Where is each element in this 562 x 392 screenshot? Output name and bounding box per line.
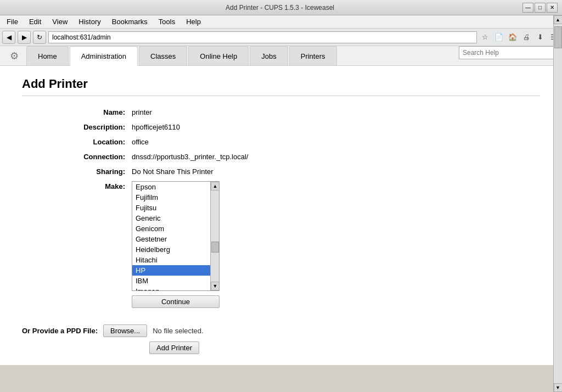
make-row: Make: EpsonFujifilmFujitsuGenericGenicom… xyxy=(22,181,540,308)
back-button[interactable]: ◀ xyxy=(2,31,15,44)
tab-administration[interactable]: Administration xyxy=(70,46,138,66)
forward-button[interactable]: ▶ xyxy=(18,31,31,44)
connection-value: dnssd://pportusb3._printer._tcp.local/ xyxy=(132,152,248,161)
window-scroll-thumb[interactable] xyxy=(554,26,562,48)
browse-button[interactable]: Browse... xyxy=(103,324,147,337)
make-list-item[interactable]: Heidelberg xyxy=(132,244,219,255)
print-icon[interactable]: 🖨 xyxy=(520,31,532,43)
menu-bar: File Edit View History Bookmarks Tools H… xyxy=(0,15,562,29)
make-scrollbar[interactable]: ▲ ▼ xyxy=(210,182,219,290)
description-value: hpofficejet6110 xyxy=(132,122,180,131)
cups-logo: ⚙ xyxy=(4,46,24,65)
main-content: Add Printer Name: printer Description: h… xyxy=(0,66,562,365)
make-list-item[interactable]: IBM xyxy=(132,276,219,286)
ppd-section: Or Provide a PPD File: Browse... No file… xyxy=(22,324,540,337)
location-label: Location: xyxy=(22,137,132,146)
sharing-value: Do Not Share This Printer xyxy=(132,166,213,176)
scrollbar-up-icon[interactable]: ▲ xyxy=(211,182,220,191)
make-list-inner: EpsonFujifilmFujitsuGenericGenicomGestet… xyxy=(132,182,219,290)
menu-view[interactable]: View xyxy=(48,16,72,27)
page-icon[interactable]: 📄 xyxy=(493,31,505,43)
sharing-label: Sharing: xyxy=(22,166,132,176)
description-label: Description: xyxy=(22,122,132,131)
menu-bookmarks[interactable]: Bookmarks xyxy=(108,16,152,27)
make-list-item[interactable]: Fujifilm xyxy=(132,192,219,203)
location-row: Location: office xyxy=(22,137,540,146)
connection-row: Connection: dnssd://pportusb3._printer._… xyxy=(22,152,540,161)
url-bar: ◀ ▶ ↻ ☆ 📄 🏠 🖨 ⬇ ☰ xyxy=(0,29,562,46)
name-value: printer xyxy=(132,107,152,116)
tab-classes[interactable]: Classes xyxy=(139,46,187,65)
window-scrollbar: ▲ ▼ xyxy=(553,15,562,365)
description-row: Description: hpofficejet6110 xyxy=(22,122,540,131)
make-list-item[interactable]: Gestetner xyxy=(132,234,219,244)
make-list-item[interactable]: HP xyxy=(132,265,219,276)
menu-tools[interactable]: Tools xyxy=(154,16,179,27)
make-list-item[interactable]: Generic xyxy=(132,213,219,223)
title-bar-buttons: — □ ✕ xyxy=(522,3,558,13)
location-value: office xyxy=(132,137,149,146)
menu-history[interactable]: History xyxy=(74,16,105,27)
make-list-item[interactable]: Epson xyxy=(132,182,219,192)
continue-button[interactable]: Continue xyxy=(132,295,220,308)
url-input[interactable] xyxy=(48,31,477,43)
title-divider xyxy=(22,96,540,96)
tab-printers[interactable]: Printers xyxy=(289,46,337,65)
close-button[interactable]: ✕ xyxy=(547,3,558,13)
make-listbox[interactable]: EpsonFujifilmFujitsuGenericGenicomGestet… xyxy=(132,181,220,291)
name-label: Name: xyxy=(22,107,132,116)
sharing-row: Sharing: Do Not Share This Printer xyxy=(22,166,540,176)
menu-file[interactable]: File xyxy=(2,16,23,27)
add-printer-row: Add Printer xyxy=(149,341,540,354)
make-list-item[interactable]: Fujitsu xyxy=(132,203,219,213)
nav-tabs: ⚙ Home Administration Classes Online Hel… xyxy=(0,46,562,66)
no-file-text: No file selected. xyxy=(153,327,204,335)
menu-help[interactable]: Help xyxy=(182,16,205,27)
title-bar: Add Printer - CUPS 1.5.3 - Iceweasel — □… xyxy=(0,0,562,15)
scrollbar-thumb[interactable] xyxy=(211,242,219,253)
name-row: Name: printer xyxy=(22,107,540,116)
make-list-item[interactable]: Hitachi xyxy=(132,255,219,265)
url-icons: ☆ 📄 🏠 🖨 ⬇ ☰ xyxy=(479,31,560,43)
window-title: Add Printer - CUPS 1.5.3 - Iceweasel xyxy=(37,4,522,12)
make-list: EpsonFujifilmFujitsuGenericGenicomGestet… xyxy=(132,182,219,290)
reload-button[interactable]: ↻ xyxy=(33,31,46,44)
tab-home[interactable]: Home xyxy=(26,46,69,65)
make-label: Make: xyxy=(22,181,132,191)
tab-jobs[interactable]: Jobs xyxy=(250,46,288,65)
menu-edit[interactable]: Edit xyxy=(25,16,46,27)
page-title: Add Printer xyxy=(22,77,540,91)
search-help-input[interactable] xyxy=(459,46,558,59)
ppd-label: Or Provide a PPD File: xyxy=(22,327,98,335)
minimize-button[interactable]: — xyxy=(522,3,533,13)
make-list-item[interactable]: Imagen xyxy=(132,286,219,290)
tab-online-help[interactable]: Online Help xyxy=(188,46,249,65)
home-icon[interactable]: 🏠 xyxy=(507,31,519,43)
add-printer-button[interactable]: Add Printer xyxy=(149,341,199,354)
make-select-container: EpsonFujifilmFujitsuGenericGenicomGestet… xyxy=(132,181,220,308)
download-icon[interactable]: ⬇ xyxy=(534,31,546,43)
bookmark-star-icon[interactable]: ☆ xyxy=(479,31,491,43)
maximize-button[interactable]: □ xyxy=(535,3,546,13)
make-list-item[interactable]: Genicom xyxy=(132,223,219,234)
connection-label: Connection: xyxy=(22,152,132,161)
scrollbar-down-icon[interactable]: ▼ xyxy=(211,282,220,290)
window-scroll-up[interactable]: ▲ xyxy=(554,15,563,24)
